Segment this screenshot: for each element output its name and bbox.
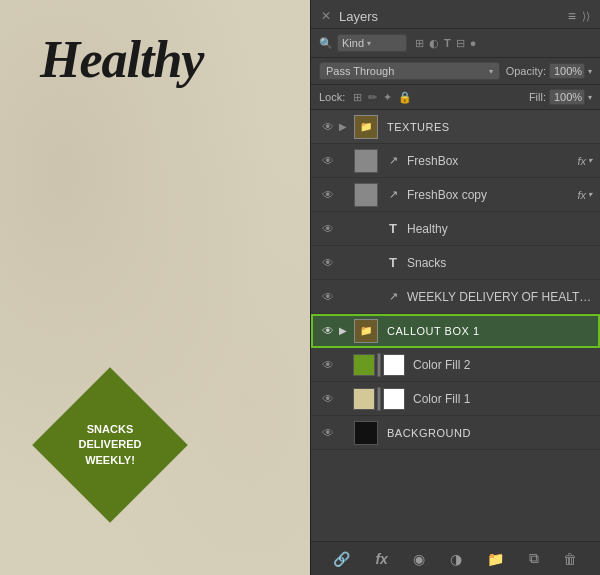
opacity-group: Opacity: 100% ▾ bbox=[506, 63, 592, 79]
panel-header: ✕ Layers ≡ ⟩⟩ bbox=[311, 0, 600, 29]
visibility-icon[interactable]: 👁 bbox=[319, 154, 337, 168]
link-icon[interactable]: 🔗 bbox=[328, 549, 355, 569]
circle-half-icon[interactable]: ◉ bbox=[408, 549, 430, 569]
callout-box-layer[interactable]: 👁 ▶ 📁 CALLOUT BOX 1 bbox=[311, 314, 600, 348]
visibility-icon[interactable]: 👁 bbox=[319, 392, 337, 406]
layer-thumbnail bbox=[354, 285, 378, 309]
fx-badge: fx ▾ bbox=[577, 189, 592, 201]
new-layer-icon[interactable]: ⧉ bbox=[524, 548, 544, 569]
layer-row[interactable]: 👁 ▶ 📁 TEXTURES bbox=[311, 110, 600, 144]
adjustment-icon[interactable]: ◑ bbox=[445, 549, 467, 569]
layer-row[interactable]: 👁 ↗ FreshBox copy fx ▾ bbox=[311, 178, 600, 212]
visibility-icon[interactable]: 👁 bbox=[319, 256, 337, 270]
visibility-icon[interactable]: 👁 bbox=[319, 222, 337, 236]
layer-row[interactable]: 👁 Color Fill 2 bbox=[311, 348, 600, 382]
blend-bar: Pass Through ▾ Opacity: 100% ▾ bbox=[311, 58, 600, 85]
visibility-icon[interactable]: 👁 bbox=[319, 358, 337, 372]
layers-panel: ✕ Layers ≡ ⟩⟩ 🔍 Kind ▾ ⊞ ◐ T ⊟ ● Pass Th… bbox=[310, 0, 600, 575]
visibility-icon[interactable]: 👁 bbox=[319, 426, 337, 440]
layer-row[interactable]: 👁 T Snacks bbox=[311, 246, 600, 280]
fx-icon[interactable]: fx bbox=[370, 549, 392, 569]
type-filter-icon[interactable]: T bbox=[444, 37, 451, 49]
layer-row[interactable]: 👁 ↗ WEEKLY DELIVERY OF HEALTHY... bbox=[311, 280, 600, 314]
layer-thumbnail bbox=[354, 183, 378, 207]
expand-arrow[interactable]: ▶ bbox=[337, 325, 349, 336]
lock-icons: ⊞ ✏ ✦ 🔒 bbox=[353, 91, 412, 104]
expand-arrow[interactable]: ▶ bbox=[337, 121, 349, 132]
lock-pixels-icon[interactable]: ⊞ bbox=[353, 91, 362, 104]
text-layer-icon: T bbox=[383, 221, 403, 236]
layer-thumbnail bbox=[354, 251, 378, 275]
fill-group: Fill: 100% ▾ bbox=[529, 89, 592, 105]
panel-menu-icon[interactable]: ≡ bbox=[568, 8, 576, 24]
lock-bar: Lock: ⊞ ✏ ✦ 🔒 Fill: 100% ▾ bbox=[311, 85, 600, 110]
layer-name: Color Fill 2 bbox=[413, 358, 592, 372]
smart-filter-icon[interactable]: ● bbox=[470, 37, 477, 49]
visibility-icon[interactable]: 👁 bbox=[319, 324, 337, 338]
folder-icon[interactable]: 📁 bbox=[482, 549, 509, 569]
visibility-icon[interactable]: 👁 bbox=[319, 290, 337, 304]
opacity-input[interactable]: 100% bbox=[549, 63, 585, 79]
layer-row[interactable]: 👁 T Healthy bbox=[311, 212, 600, 246]
healthy-title: Healthy bbox=[40, 30, 203, 89]
layer-row[interactable]: 👁 Color Fill 1 bbox=[311, 382, 600, 416]
panel-title: Layers bbox=[339, 9, 378, 24]
layer-row[interactable]: 👁 BACKGROUND bbox=[311, 416, 600, 450]
pixel-filter-icon[interactable]: ⊞ bbox=[415, 37, 424, 50]
smart-object-icon: ↗ bbox=[383, 154, 403, 167]
text-layer-icon: ↗ bbox=[383, 290, 403, 303]
delete-icon[interactable]: 🗑 bbox=[558, 549, 582, 569]
visibility-icon[interactable]: 👁 bbox=[319, 188, 337, 202]
layer-thumbnail bbox=[354, 421, 378, 445]
fx-badge: fx ▾ bbox=[577, 155, 592, 167]
layer-thumbnail bbox=[354, 217, 378, 241]
visibility-icon[interactable]: 👁 bbox=[319, 120, 337, 134]
layer-name: Healthy bbox=[407, 222, 592, 236]
search-icon: 🔍 bbox=[319, 37, 333, 50]
layer-thumbnail bbox=[353, 353, 405, 377]
lock-all-icon[interactable]: 🔒 bbox=[398, 91, 412, 104]
panel-footer: 🔗 fx ◉ ◑ 📁 ⧉ 🗑 bbox=[311, 541, 600, 575]
layer-name: FreshBox bbox=[407, 154, 577, 168]
layer-thumbnail: 📁 bbox=[354, 115, 378, 139]
lock-move-icon[interactable]: ✦ bbox=[383, 91, 392, 104]
layer-name: BACKGROUND bbox=[387, 427, 592, 439]
filter-bar: 🔍 Kind ▾ ⊞ ◐ T ⊟ ● bbox=[311, 29, 600, 58]
text-layer-icon: T bbox=[383, 255, 403, 270]
diamond-text: SNACKSDELIVEREDWEEKLY! bbox=[79, 422, 142, 468]
layer-name: WEEKLY DELIVERY OF HEALTHY... bbox=[407, 290, 592, 304]
layer-thumbnail bbox=[354, 149, 378, 173]
layer-thumbnail bbox=[353, 387, 405, 411]
canvas-area: Healthy SNACKSDELIVEREDWEEKLY! bbox=[0, 0, 310, 575]
fill-input[interactable]: 100% bbox=[549, 89, 585, 105]
close-icon[interactable]: ✕ bbox=[321, 9, 331, 23]
layer-name: Snacks bbox=[407, 256, 592, 270]
blend-mode-dropdown[interactable]: Pass Through ▾ bbox=[319, 62, 500, 80]
adjustment-filter-icon[interactable]: ◐ bbox=[429, 37, 439, 50]
layer-name: TEXTURES bbox=[387, 121, 592, 133]
layer-row[interactable]: 👁 ↗ FreshBox fx ▾ bbox=[311, 144, 600, 178]
collapse-icon[interactable]: ⟩⟩ bbox=[582, 10, 590, 23]
kind-dropdown[interactable]: Kind ▾ bbox=[337, 34, 407, 52]
layer-thumbnail: 📁 bbox=[354, 319, 378, 343]
layer-name: Color Fill 1 bbox=[413, 392, 592, 406]
layer-name: CALLOUT BOX 1 bbox=[387, 325, 592, 337]
lock-paint-icon[interactable]: ✏ bbox=[368, 91, 377, 104]
layers-list: 👁 ▶ 📁 TEXTURES 👁 ↗ FreshBox fx ▾ 👁 ↗ bbox=[311, 110, 600, 541]
shape-filter-icon[interactable]: ⊟ bbox=[456, 37, 465, 50]
filter-icons: ⊞ ◐ T ⊟ ● bbox=[415, 37, 476, 50]
layer-name: FreshBox copy bbox=[407, 188, 577, 202]
smart-object-icon: ↗ bbox=[383, 188, 403, 201]
